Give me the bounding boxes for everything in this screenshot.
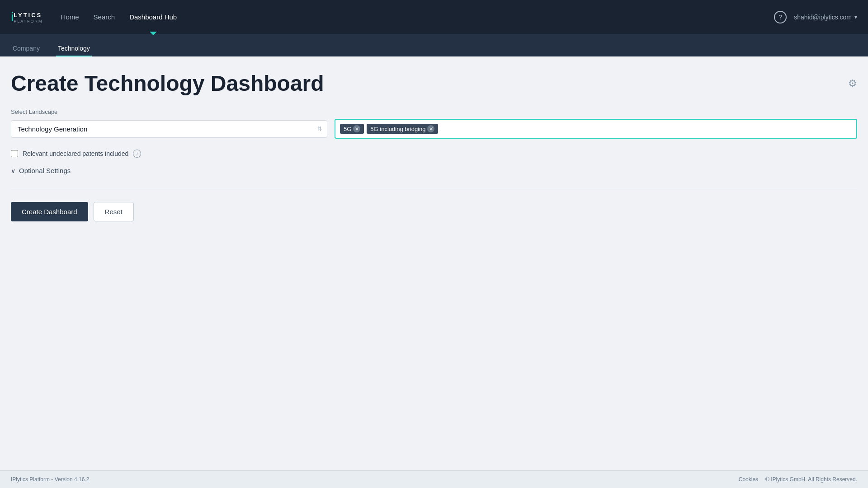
tag-5g: 5G ✕ bbox=[340, 124, 364, 134]
nav-dashboard-hub[interactable]: Dashboard Hub bbox=[129, 11, 177, 23]
create-dashboard-button[interactable]: Create Dashboard bbox=[11, 202, 88, 221]
logo-text: LYTICS bbox=[14, 12, 42, 19]
footer-copyright: © IPlytics GmbH. All Rights Reserved. bbox=[765, 476, 857, 483]
tag-5g-bridging-close[interactable]: ✕ bbox=[427, 125, 434, 132]
tag-search-input[interactable] bbox=[441, 125, 852, 132]
form-row: Technology Generation ⇅ 5G ✕ 5G includin… bbox=[11, 119, 857, 139]
tag-5g-close[interactable]: ✕ bbox=[353, 125, 360, 132]
tag-5g-bridging: 5G including bridging ✕ bbox=[367, 124, 438, 134]
page-title: Create Technology Dashboard bbox=[11, 71, 324, 96]
sub-nav-technology[interactable]: Technology bbox=[56, 41, 92, 57]
select-landscape-label: Select Landscape bbox=[11, 108, 857, 115]
footer: IPlytics Platform - Version 4.16.2 Cooki… bbox=[0, 470, 868, 488]
nav-right: ? shahid@iplytics.com bbox=[774, 11, 857, 23]
main-content: Create Technology Dashboard ⚙ Select Lan… bbox=[0, 56, 868, 470]
page-title-row: Create Technology Dashboard ⚙ bbox=[11, 71, 857, 96]
landscape-select-wrapper: Technology Generation ⇅ bbox=[11, 120, 327, 138]
help-icon[interactable]: ? bbox=[774, 11, 787, 23]
sub-nav-company[interactable]: Company bbox=[11, 41, 42, 57]
tag-5g-bridging-label: 5G including bridging bbox=[370, 126, 425, 132]
nav-links: Home Search Dashboard Hub bbox=[61, 11, 774, 23]
nav-home[interactable]: Home bbox=[61, 11, 79, 23]
footer-version: IPlytics Platform - Version 4.16.2 bbox=[11, 476, 89, 483]
nav-search[interactable]: Search bbox=[94, 11, 115, 23]
tags-input[interactable]: 5G ✕ 5G including bridging ✕ bbox=[335, 119, 857, 139]
landscape-section: Select Landscape Technology Generation ⇅… bbox=[11, 108, 857, 139]
undeclared-patents-info-icon[interactable]: i bbox=[133, 150, 141, 158]
optional-settings-label: Optional Settings bbox=[19, 167, 71, 174]
checkbox-row: Relevant undeclared patents included i bbox=[11, 150, 857, 158]
top-nav: i LYTICS PLATFORM Home Search Dashboard … bbox=[0, 0, 868, 34]
logo-sub: PLATFORM bbox=[14, 19, 42, 23]
btn-row: Create Dashboard Reset bbox=[11, 202, 857, 221]
reset-button[interactable]: Reset bbox=[94, 202, 134, 221]
settings-gear-icon[interactable]: ⚙ bbox=[848, 78, 857, 89]
undeclared-patents-checkbox[interactable] bbox=[11, 150, 18, 157]
optional-settings-chevron-icon: ∨ bbox=[11, 167, 15, 174]
user-email[interactable]: shahid@iplytics.com bbox=[794, 14, 857, 21]
landscape-select[interactable]: Technology Generation bbox=[11, 120, 327, 138]
sub-nav: Company Technology bbox=[0, 34, 868, 56]
logo: i LYTICS PLATFORM bbox=[11, 11, 43, 23]
footer-cookies-link[interactable]: Cookies bbox=[739, 476, 758, 483]
footer-right: Cookies © IPlytics GmbH. All Rights Rese… bbox=[739, 476, 857, 483]
undeclared-patents-label[interactable]: Relevant undeclared patents included bbox=[23, 150, 128, 157]
tag-5g-label: 5G bbox=[344, 126, 351, 132]
divider bbox=[11, 189, 857, 189]
optional-settings-section[interactable]: ∨ Optional Settings bbox=[11, 167, 857, 174]
